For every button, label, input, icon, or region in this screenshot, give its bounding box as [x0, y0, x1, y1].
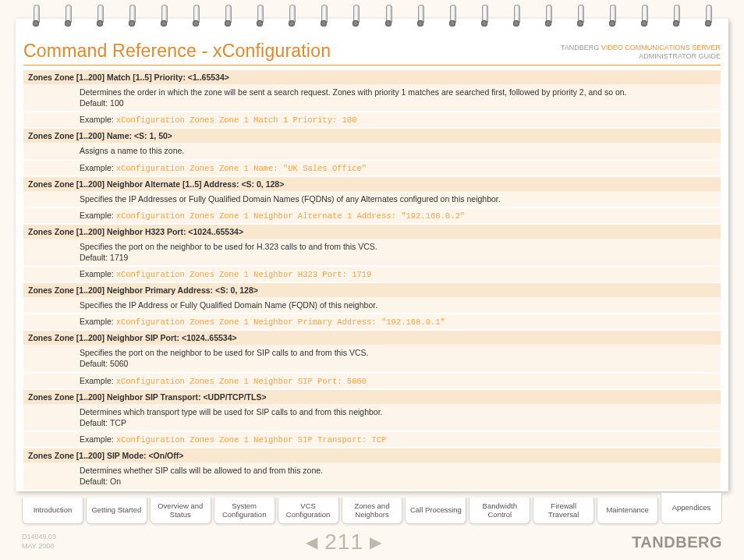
spiral-binding [31, 5, 713, 30]
doc-date: MAY 2008 [22, 542, 54, 550]
header: Command Reference - xConfiguration TANDB… [23, 41, 721, 66]
command-header: Zones Zone [1..200] Name: <S: 1, 50> [23, 129, 721, 143]
command-header: Zones Zone [1..200] Neighbor H323 Port: … [23, 225, 721, 239]
command-header: Zones Zone [1..200] Neighbor SIP Port: <… [23, 331, 721, 345]
command-table: Zones Zone [1..200] Match [1..5] Priorit… [23, 70, 721, 491]
example-code: xConfiguration Zones Zone 1 Neighbor H32… [116, 270, 372, 279]
example-label: Example: [80, 269, 116, 278]
prev-page-arrow-icon[interactable]: ◀ [306, 533, 318, 551]
example-label: Example: [80, 211, 116, 220]
example-code: xConfiguration Zones Zone 1 Neighbor SIP… [116, 435, 387, 445]
tab-vcs-configuration[interactable]: VCS Configuration [278, 498, 339, 524]
command-description: Determines whether SIP calls will be all… [23, 463, 721, 489]
command-default: Default: 5060 [80, 359, 128, 368]
command-default: Default: On [80, 477, 121, 486]
command-description: Specifies the IP Address or Fully Qualif… [23, 297, 721, 313]
example-label: Example: [80, 434, 116, 444]
tab-firewall-traversal[interactable]: Firewall Traversal [533, 498, 594, 524]
command-example: Example: xConfiguration Zones Zone 1 Nei… [23, 374, 721, 388]
doc-id: D14049.03 MAY 2008 [22, 533, 56, 551]
command-description: Determines the order in which the zone w… [23, 84, 721, 111]
command-description: Specifies the port on the neighbor to be… [23, 239, 721, 265]
example-label: Example: [80, 376, 116, 385]
page: Command Reference - xConfiguration TANDB… [0, 0, 744, 560]
command-description: Specifies the IP Addresses or Fully Qual… [23, 191, 721, 207]
footer: D14049.03 MAY 2008 ◀ 211 ▶ TANDBERG [22, 529, 722, 555]
tab-bar: IntroductionGetting StartedOverview and … [22, 498, 722, 524]
command-description: Determines which transport type will be … [23, 404, 721, 431]
command-default: Default: TCP [80, 418, 126, 427]
command-header: Zones Zone [1..200] Neighbor SIP Transpo… [23, 390, 721, 404]
command-example: Example: xConfiguration Zones Zone 1 Nei… [23, 432, 721, 447]
command-default: Default: 100 [80, 98, 124, 108]
header-right: TANDBERG VIDEO COMMUNICATIONS SERVER ADM… [561, 44, 721, 62]
command-example: Example: xConfiguration Zones Zone 1 Mat… [23, 112, 721, 127]
example-code: xConfiguration Zones Zone 1 Neighbor Alt… [116, 211, 465, 221]
command-header: Zones Zone [1..200] Neighbor Alternate [… [23, 177, 721, 191]
example-code: xConfiguration Zones Zone 1 Match 1 Prio… [116, 115, 357, 125]
example-label: Example: [80, 163, 116, 172]
example-code: xConfiguration Zones Zone 1 Name: "UK Sa… [116, 164, 367, 173]
tab-maintenance[interactable]: Maintenance [597, 498, 658, 524]
tab-getting-started[interactable]: Getting Started [86, 498, 147, 524]
command-example: Example: xConfiguration Zones Zone 1 Nei… [23, 314, 721, 329]
command-header: Zones Zone [1..200] Match [1..5] Priorit… [23, 70, 721, 84]
tab-introduction[interactable]: Introduction [22, 498, 83, 524]
command-header: Zones Zone [1..200] SIP Mode: <On/Off> [23, 448, 721, 463]
command-example: Example: xConfiguration Zones Zone 1 Nei… [23, 208, 721, 223]
tab-overview-and-status[interactable]: Overview and Status [150, 498, 211, 524]
tab-bandwidth-control[interactable]: Bandwidth Control [469, 498, 530, 524]
tab-system-configuration[interactable]: System Configuration [214, 498, 275, 524]
command-header: Zones Zone [1..200] Neighbor Primary Add… [23, 283, 721, 297]
page-title: Command Reference - xConfiguration [23, 41, 331, 62]
command-example: Example: xConfiguration Zones Zone 1 Nam… [23, 161, 721, 175]
command-example: Example: xConfiguration Zones Zone 1 Nei… [23, 267, 721, 282]
tab-zones-and-neighbors[interactable]: Zones and Neighbors [342, 498, 403, 524]
tab-appendices[interactable]: Appendices [661, 493, 722, 524]
brand-footer: TANDBERG [632, 533, 722, 551]
next-page-arrow-icon[interactable]: ▶ [370, 533, 382, 551]
product-label: VIDEO COMMUNICATIONS SERVER [601, 44, 721, 51]
page-number: 211 [324, 530, 363, 555]
example-code: xConfiguration Zones Zone 1 Neighbor SIP… [116, 377, 367, 386]
example-label: Example: [80, 115, 116, 124]
command-description: Assigns a name to this zone. [23, 143, 721, 158]
example-label: Example: [80, 317, 116, 326]
example-code: xConfiguration Zones Zone 1 Neighbor Pri… [116, 317, 445, 327]
command-default: Default: 1719 [80, 253, 128, 262]
subtitle-label: ADMINISTRATOR GUIDE [639, 52, 721, 60]
brand-label: TANDBERG [561, 44, 599, 51]
sheet: Command Reference - xConfiguration TANDB… [16, 19, 728, 491]
doc-id-number: D14049.03 [22, 533, 56, 541]
command-description: Specifies the port on the neighbor to be… [23, 345, 721, 371]
command-example: Example: xConfiguration Zones Zone 1 SIP… [23, 491, 721, 491]
pager: ◀ 211 ▶ [306, 530, 382, 555]
tab-call-processing[interactable]: Call Processing [405, 498, 466, 524]
